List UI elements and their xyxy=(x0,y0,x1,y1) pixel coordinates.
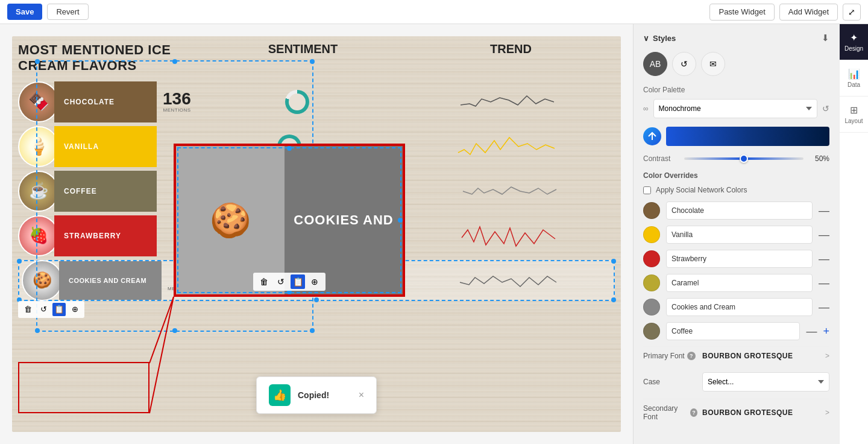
more-button[interactable]: ⊕ xyxy=(68,303,81,316)
handle-bm[interactable] xyxy=(314,297,319,302)
color-name-input-5[interactable] xyxy=(666,322,800,340)
flavor-mentions-chocolate: 136 MENTIONS xyxy=(163,90,191,113)
handle-upper-br xyxy=(310,328,315,333)
secondary-font-chevron[interactable]: > xyxy=(825,408,829,417)
zoom-popup: 🍪 COOKIES AND 🗑 ↺ 📋 ⊕ xyxy=(175,145,404,296)
handle-tl[interactable] xyxy=(17,259,22,264)
flavor-image-cookies: 🍪 xyxy=(22,260,63,301)
color-remove-3[interactable]: — xyxy=(819,278,829,288)
toast-icon: 👍 xyxy=(269,384,291,406)
contrast-value: 50% xyxy=(808,154,829,163)
primary-font-chevron[interactable]: > xyxy=(825,352,829,360)
color-name-input-4[interactable] xyxy=(666,298,813,316)
fullscreen-button[interactable]: ⤢ xyxy=(843,4,861,21)
color-remove-0[interactable]: — xyxy=(819,205,829,216)
header-sentiment: SENTIMENT xyxy=(187,42,407,74)
toast-close-button[interactable]: × xyxy=(359,390,364,401)
delete-button[interactable]: 🗑 xyxy=(21,303,34,316)
copy-button[interactable]: 📋 xyxy=(52,303,66,316)
side-tabs: ✦ Design 📊 Data ⊞ Layout xyxy=(839,24,868,444)
gradient-icon[interactable] xyxy=(643,127,661,145)
color-item-vanilla: — xyxy=(643,226,829,244)
color-item-cookies-and-cream: — xyxy=(643,298,829,316)
styles-title: ∨ Styles xyxy=(643,34,676,43)
color-name-input-0[interactable] xyxy=(666,201,813,220)
question-mark-secondary[interactable]: ? xyxy=(690,408,697,417)
thumbs-up-icon: 👍 xyxy=(273,388,286,402)
zoom-copy-btn[interactable]: 📋 xyxy=(291,274,305,289)
primary-font-label: Primary Font ? xyxy=(643,352,697,360)
tab-design[interactable]: ✦ Design xyxy=(840,24,868,60)
question-mark-primary[interactable]: ? xyxy=(687,352,696,360)
palette-select[interactable]: Monochrome xyxy=(653,99,817,118)
contrast-row: Contrast 50% xyxy=(643,154,829,163)
data-icon: 📊 xyxy=(848,68,860,80)
design-icon: ✦ xyxy=(850,32,858,43)
color-swatch-2[interactable] xyxy=(643,250,660,267)
case-select[interactable]: Select... Uppercase Lowercase Capitalize xyxy=(702,372,829,392)
color-remove-4[interactable]: — xyxy=(819,302,829,312)
flavor-image-vanilla: 🍦 xyxy=(18,126,59,167)
style-icon-mail[interactable]: ✉ xyxy=(701,52,725,76)
zoom-more-btn[interactable]: ⊕ xyxy=(307,274,322,289)
tab-layout[interactable]: ⊞ Layout xyxy=(840,97,868,133)
color-add-button[interactable]: + xyxy=(823,326,829,337)
canvas: MOST MENTIONED ICE CREAM FLAVORS SENTIME… xyxy=(0,24,633,444)
row-toolbar-cookies: 🗑 ↺ 📋 ⊕ xyxy=(18,301,84,318)
save-button[interactable]: Save xyxy=(7,4,42,20)
color-name-input-2[interactable] xyxy=(666,250,813,268)
color-swatch-5[interactable] xyxy=(643,323,660,340)
color-item-caramel: — xyxy=(643,274,829,292)
trend-cookies xyxy=(404,265,612,296)
secondary-font-name: BOURBON GROTESQUE xyxy=(702,408,820,417)
secondary-font-label: Secondary Font ? xyxy=(643,404,697,421)
palette-refresh-icon[interactable]: ↺ xyxy=(822,104,829,113)
flavor-bar-chocolate: CHOCOLATE xyxy=(54,81,157,122)
flavor-image-coffee: ☕ xyxy=(18,171,59,212)
color-swatch-3[interactable] xyxy=(643,274,660,291)
handle-br[interactable] xyxy=(611,297,616,302)
revert-button[interactable]: Revert xyxy=(47,4,88,20)
color-name-input-1[interactable] xyxy=(666,226,813,244)
contrast-thumb[interactable] xyxy=(740,154,748,163)
paste-widget-button[interactable]: Paste Widget xyxy=(709,4,774,21)
style-icon-ab[interactable]: AB xyxy=(643,52,667,76)
header-row: MOST MENTIONED ICE CREAM FLAVORS SENTIME… xyxy=(18,42,615,74)
color-name-input-3[interactable] xyxy=(666,274,813,292)
color-swatch-1[interactable] xyxy=(643,226,660,243)
main-area: MOST MENTIONED ICE CREAM FLAVORS SENTIME… xyxy=(0,24,868,444)
primary-font-name: BOURBON GROTESQUE xyxy=(702,352,820,360)
zoom-delete-btn[interactable]: 🗑 xyxy=(257,274,271,289)
handle-upper-bm xyxy=(172,328,177,333)
color-item-strawberry: — xyxy=(643,250,829,268)
contrast-slider[interactable] xyxy=(684,157,804,160)
color-swatch-4[interactable] xyxy=(643,299,660,316)
color-remove-5[interactable]: — xyxy=(806,326,817,337)
case-row: Case Select... Uppercase Lowercase Capit… xyxy=(643,372,829,392)
toolbar: Save Revert Paste Widget Add Widget ⤢ xyxy=(0,0,868,24)
color-remove-2[interactable]: — xyxy=(819,253,829,264)
handle-upper-bl xyxy=(35,328,40,333)
case-label: Case xyxy=(643,378,697,386)
apply-social-checkbox[interactable] xyxy=(643,186,651,194)
color-swatch-0[interactable] xyxy=(643,202,660,219)
flavor-row-chocolate: 🍫 CHOCOLATE 136 MENTIONS xyxy=(18,81,615,122)
sentiment-chocolate xyxy=(191,90,403,114)
color-remove-1[interactable]: — xyxy=(819,229,829,240)
chevron-down-icon[interactable]: ∨ xyxy=(643,34,649,43)
download-icon[interactable]: ⬇ xyxy=(822,33,829,43)
contrast-label: Contrast xyxy=(643,154,679,163)
color-palette-section-label: Color Palette xyxy=(643,86,829,94)
flavor-image-chocolate: 🍫 xyxy=(18,81,59,122)
handle-tr[interactable] xyxy=(611,259,616,264)
zoom-rotate-btn[interactable]: ↺ xyxy=(274,274,288,289)
trend-strawberry xyxy=(406,221,615,251)
link-icon: ∞ xyxy=(643,104,649,113)
add-widget-button[interactable]: Add Widget xyxy=(779,4,838,21)
toast-text: Copied! xyxy=(298,390,329,400)
rotate-button[interactable]: ↺ xyxy=(37,303,50,316)
style-icon-row: AB ↺ ✉ xyxy=(643,52,829,76)
gradient-swatch[interactable] xyxy=(666,127,829,146)
tab-data[interactable]: 📊 Data xyxy=(840,60,868,97)
style-icon-refresh[interactable]: ↺ xyxy=(672,52,696,76)
